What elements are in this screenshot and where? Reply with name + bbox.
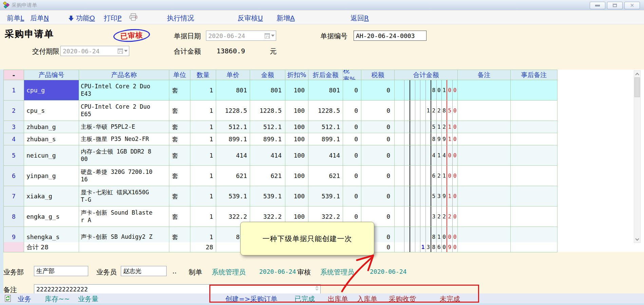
grid-cell[interactable]: 6 (4, 166, 24, 186)
grid-cell[interactable]: zhuban_s (24, 133, 79, 145)
grid-cell[interactable] (458, 133, 511, 145)
grid-cell[interactable]: 51210 (395, 121, 458, 133)
grid-cell[interactable]: 0 (343, 121, 361, 133)
grid-cell[interactable]: 1228.5 (308, 101, 343, 121)
table-row-6[interactable]: 6yinpan_g硬盘-希捷 320G 7200.10 16套162162110… (4, 166, 557, 186)
grid-cell[interactable]: 7 (4, 186, 24, 207)
menu-item-执行情况[interactable]: 执行情况 (167, 14, 194, 23)
refresh-document-icon[interactable] (5, 295, 12, 304)
grid-cell[interactable]: 5 (4, 145, 24, 166)
grid-cell[interactable]: 100 (285, 133, 308, 145)
menu-item-A[interactable]: 新增A (277, 14, 295, 23)
grid-cell[interactable] (511, 80, 557, 101)
table-row-3[interactable]: 3zhuban_g主板-华硕 P5PL2-E套1512.1512.1100512… (4, 121, 557, 133)
grid-cell[interactable]: 套 (169, 145, 190, 166)
grid-cell[interactable]: 62100 (395, 166, 458, 186)
toolbar-link-创建=>采购订单[interactable]: 创建=>采购订单 (225, 294, 278, 304)
grid-cell[interactable] (511, 227, 557, 242)
grid-cell[interactable]: 621 (250, 166, 285, 186)
grid-cell[interactable]: 1 (190, 133, 216, 145)
grid-cell[interactable]: 1386090 (395, 242, 458, 252)
grid-cell[interactable]: 声卡-创新 Sound Blaste r A (79, 207, 169, 227)
menu-item-L[interactable]: 前单L (7, 14, 24, 23)
close-button[interactable]: ✕ (624, 2, 640, 9)
grid-cell[interactable]: zhuban_g (24, 121, 79, 133)
remark-input[interactable]: 22222222222222 (34, 284, 321, 294)
grid-cell[interactable] (511, 121, 557, 133)
grid-cell[interactable]: 套 (169, 186, 190, 207)
grid-cell[interactable]: CPU-Intel Core 2 Duo E43 (79, 80, 169, 101)
grid-cell[interactable]: 9 (4, 227, 24, 242)
doc-date-field[interactable]: 2020-06-24 (206, 31, 276, 41)
grid-cell[interactable] (511, 207, 557, 227)
grid-cell[interactable]: 53910 (395, 186, 458, 207)
grid-cell[interactable]: 内存-金士顿 1GB DDR2 8 00 (79, 145, 169, 166)
toolbar-link-库存~~[interactable]: 库存~~ (45, 294, 70, 304)
grid-cell[interactable]: 80100 (395, 80, 458, 101)
grid-cell[interactable]: 套 (169, 133, 190, 145)
grid-cell[interactable] (79, 242, 169, 252)
grid-cell[interactable]: 1 (190, 166, 216, 186)
grid-cell[interactable]: 0 (343, 145, 361, 166)
grid-cell[interactable]: 0 (343, 186, 361, 207)
grid-cell[interactable]: 合计 28 (24, 242, 79, 252)
table-row-4[interactable]: 4zhuban_s主板-微星 P35 Neo2-FR套1899.1899.110… (4, 133, 557, 145)
toolbar-link-出库单[interactable]: 出库单 (328, 294, 348, 304)
grid-cell[interactable]: 539.1 (308, 186, 343, 207)
grid-cell[interactable]: 0 (361, 80, 395, 101)
scrollbar-thumb[interactable] (634, 77, 640, 97)
grid-cell[interactable] (458, 207, 511, 227)
grid-cell[interactable] (511, 186, 557, 207)
grid-cell[interactable]: 1228.5 (250, 101, 285, 121)
grid-cell[interactable]: 0 (361, 101, 395, 121)
toolbar-link-未完成[interactable]: 未完成 (440, 294, 460, 304)
grid-cell[interactable]: CPU-Intel Core 2 Duo E65 (79, 101, 169, 121)
grid-cell[interactable]: 0 (343, 166, 361, 186)
grid-cell[interactable]: engka_g_s (24, 207, 79, 227)
grid-cell[interactable]: 899.1 (216, 133, 250, 145)
toolbar-link-已完成[interactable]: 已完成 (295, 294, 315, 304)
grid-cell[interactable]: 套 (169, 101, 190, 121)
grid-cell[interactable]: 1 (190, 207, 216, 227)
grid-cell[interactable]: 0 (361, 145, 395, 166)
grid-cell[interactable]: 539.1 (216, 186, 250, 207)
toolbar-link-业务[interactable]: 业务 (18, 294, 31, 304)
grid-cell[interactable]: 1 (190, 227, 216, 242)
scroll-down-button[interactable] (634, 236, 640, 243)
grid-cell[interactable]: 套 (169, 80, 190, 101)
grid-cell[interactable] (511, 166, 557, 186)
dept-input[interactable]: 生产部 (34, 266, 88, 276)
grid-cell[interactable]: xiaka_g (24, 186, 79, 207)
printer-icon[interactable] (129, 13, 138, 22)
grid-cell[interactable]: neicun_g (24, 145, 79, 166)
grid-cell[interactable] (458, 121, 511, 133)
grid-cell[interactable]: 100 (285, 166, 308, 186)
grid-cell[interactable]: 1 (190, 145, 216, 166)
grid-cell[interactable]: 122850 (395, 101, 458, 121)
toolbar-link-采购收货[interactable]: 采购收货 (389, 294, 416, 304)
grid-cell[interactable] (458, 186, 511, 207)
grid-cell[interactable]: 414 (216, 145, 250, 166)
grid-cell[interactable]: 32220 (395, 207, 458, 227)
grid-cell[interactable]: 1 (190, 101, 216, 121)
grid-cell[interactable] (511, 145, 557, 166)
spinner-arrows-icon[interactable] (315, 286, 319, 291)
grid-cell[interactable]: 41400 (395, 145, 458, 166)
grid-cell[interactable]: 主板-华硕 P5PL2-E (79, 121, 169, 133)
grid-cell[interactable]: 4 (4, 133, 24, 145)
grid-cell[interactable]: 28 (190, 242, 216, 252)
selected-cell[interactable]: cpu_g (24, 80, 79, 101)
grid-cell[interactable]: 3 (4, 121, 24, 133)
menu-item-R[interactable]: 返回R (351, 14, 369, 23)
doc-no-field[interactable]: AH-20-06-24-0003 (354, 31, 427, 41)
grid-cell[interactable]: 0 (361, 133, 395, 145)
grid-cell[interactable] (458, 242, 511, 252)
menu-item-N[interactable]: 后单N (30, 14, 49, 23)
table-row-2[interactable]: 2cpu_sCPU-Intel Core 2 Duo E65套11228.512… (4, 101, 557, 121)
browse-dots-button[interactable]: .. (172, 267, 177, 275)
grid-cell[interactable] (4, 242, 24, 252)
grid-cell[interactable]: 套 (169, 207, 190, 227)
grid-cell[interactable]: 100 (285, 121, 308, 133)
grid-cell[interactable]: 100 (285, 101, 308, 121)
grid-cell[interactable]: 硬盘-希捷 320G 7200.10 16 (79, 166, 169, 186)
